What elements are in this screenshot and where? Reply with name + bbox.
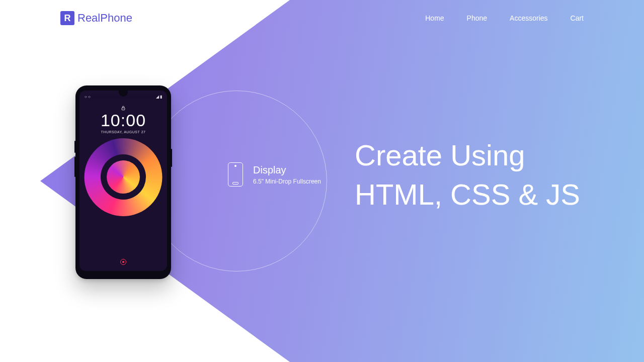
svg-rect-0 [122,108,125,110]
status-right: ◢ ▮ [156,95,162,99]
phone-display-icon [228,162,243,187]
status-left: ○ ○ [85,95,91,99]
hero-line-2: HTML, CSS & JS [355,175,580,214]
nav-phone[interactable]: Phone [467,14,487,22]
phone-side-button [171,149,172,167]
phone-side-button [74,141,75,153]
nav-accessories[interactable]: Accessories [510,14,547,22]
logo-icon: R [60,11,74,25]
brand-name: RealPhone [77,12,132,25]
feature-block: Display 6.5" Mini-Drop Fullscreen [228,162,321,187]
site-header: R RealPhone Home Phone Accessories Cart [0,0,644,25]
phone-frame: ○ ○ ◢ ▮ 10:00 THURSDAY, AUGUST 27 [75,85,171,279]
phone-clock: 10:00 THURSDAY, AUGUST 27 [79,111,167,134]
primary-nav: Home Phone Accessories Cart [425,14,584,22]
nav-home[interactable]: Home [425,14,444,22]
phone-side-button [74,157,75,177]
feature-text: Display 6.5" Mini-Drop Fullscreen [253,164,321,185]
wallpaper-ring-inner [101,154,146,200]
phone-statusbar: ○ ○ ◢ ▮ [85,95,162,99]
phone-screen: ○ ○ ◢ ▮ 10:00 THURSDAY, AUGUST 27 [79,90,167,271]
brand-logo[interactable]: R RealPhone [60,11,132,25]
phone-home-indicator [120,259,126,265]
clock-date: THURSDAY, AUGUST 27 [79,130,167,134]
hero-line-1: Create Using [355,136,580,175]
feature-subtitle: 6.5" Mini-Drop Fullscreen [253,178,321,185]
lock-icon [121,104,126,109]
product-image: ○ ○ ◢ ▮ 10:00 THURSDAY, AUGUST 27 [75,85,171,279]
clock-time: 10:00 [79,111,167,130]
nav-cart[interactable]: Cart [571,14,584,22]
feature-title: Display [253,164,321,176]
hero-title: Create Using HTML, CSS & JS [355,136,580,215]
